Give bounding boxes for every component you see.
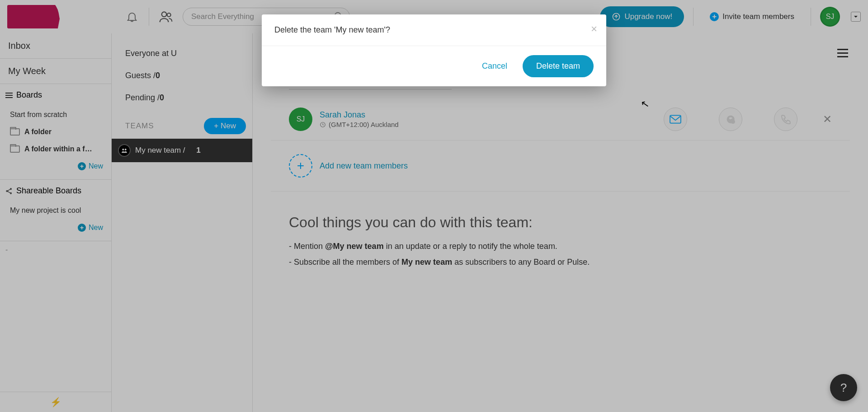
cancel-button[interactable]: Cancel xyxy=(478,57,511,75)
close-icon[interactable]: × xyxy=(591,23,597,35)
delete-team-modal: Delete the team 'My new team'? × Cancel … xyxy=(262,14,606,86)
modal-message: Delete the team 'My new team'? xyxy=(274,25,390,34)
delete-team-button[interactable]: Delete team xyxy=(523,55,594,77)
